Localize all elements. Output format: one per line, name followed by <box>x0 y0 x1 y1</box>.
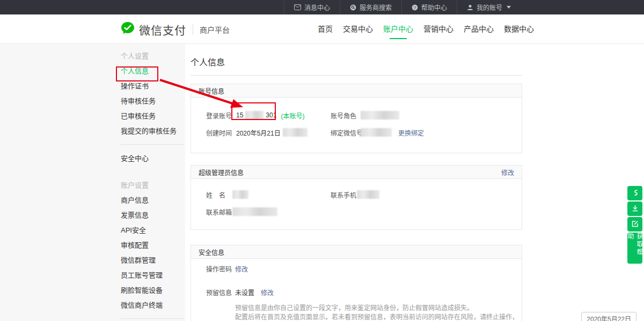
sidebar-item-merchant-info[interactable]: 商户信息 <box>121 193 185 208</box>
redacted-created-detail <box>283 128 308 137</box>
sidebar-item-api-security[interactable]: API安全 <box>121 223 185 238</box>
sidebar-item-my-submitted-review-tasks[interactable]: 我提交的审核任务 <box>121 124 185 139</box>
account-info-row-2: 创建时间 2020年5月21日 绑定微信号 更换绑定 <box>206 124 522 141</box>
main-nav: 首页 交易中心 账户中心 营销中心 产品中心 数据中心 <box>318 14 534 44</box>
sidebar-item-operation-certificate[interactable]: 操作证书 <box>121 79 185 94</box>
sidebar-heading-personal-settings: 个人设置 <box>121 49 185 64</box>
nav-item-product-center[interactable]: 产品中心 <box>464 14 494 44</box>
name-label: 姓 名 <box>206 190 232 199</box>
sidebar-item-face-smart-device[interactable]: 刷脸智能设备 <box>121 283 185 298</box>
security-info-header: 安全信息 <box>191 245 522 259</box>
main-content: 个人信息 账号信息 登录账号 15301 (本账号) 账号角色 <box>185 44 644 321</box>
sidebar-item-wechat-group-management[interactable]: 微信群管理 <box>121 253 185 268</box>
super-admin-header: 超级管理员信息 修改 <box>191 166 522 179</box>
reserved-info-description: 预留信息是由你自己设置的一段文字，用来鉴定网站身份，防止假冒网站造成损失。 配置… <box>235 304 522 321</box>
super-admin-row-2: 联系邮箱 <box>206 203 522 220</box>
floating-toolbar: 获取帮助 <box>627 186 642 264</box>
redacted-bound-wechat <box>361 128 392 137</box>
created-time-label: 创建时间 <box>206 128 236 137</box>
sidebar-item-wechat-merchant-terminal[interactable]: 微信商户终端 <box>121 298 185 313</box>
topbar-item-label: 消息中心 <box>304 3 330 12</box>
contact-phone-label: 联系手机 <box>331 190 357 199</box>
sidebar-divider <box>121 318 184 319</box>
account-info-row-1: 登录账号 15301 (本账号) 账号角色 <box>206 107 522 124</box>
brand[interactable]: 微信支付 商户平台 <box>121 14 230 44</box>
security-info-title: 安全信息 <box>199 248 224 257</box>
operation-password-edit-link[interactable]: 修改 <box>235 264 248 273</box>
reserved-info-status: 未设置 <box>235 288 254 297</box>
brand-portal-label: 商户平台 <box>200 24 230 35</box>
chevron-down-icon <box>507 6 511 9</box>
nav-item-home[interactable]: 首页 <box>318 14 333 44</box>
svg-text:?: ? <box>414 5 416 10</box>
login-account-value: 15301 (本账号) <box>236 111 304 120</box>
nav-item-trade-center[interactable]: 交易中心 <box>343 14 373 44</box>
nav-item-account-center[interactable]: 账户中心 <box>383 14 413 44</box>
this-account-tag: (本账号) <box>281 111 304 120</box>
sidebar-item-pending-review-tasks[interactable]: 待审核任务 <box>121 94 185 109</box>
rebind-link[interactable]: 更换绑定 <box>398 128 424 137</box>
reserved-info-row: 预留信息 未设置 修改 <box>206 285 522 300</box>
sidebar-item-security-center[interactable]: 安全中心 <box>121 151 185 166</box>
redacted-login-middle <box>245 111 264 120</box>
redacted-name <box>232 190 248 199</box>
topbar-item-help-center[interactable]: ? 帮助中心 <box>401 0 457 14</box>
get-help-button[interactable]: 获取帮助 <box>627 233 642 264</box>
wechat-pay-logo-icon <box>121 21 135 38</box>
search-icon <box>350 4 356 11</box>
topbar-item-my-account[interactable]: 我的账号 <box>457 0 521 14</box>
mail-icon <box>294 4 301 10</box>
topbar-item-provider-search[interactable]: 服务商搜索 <box>340 0 401 14</box>
redacted-contact-email <box>232 207 277 216</box>
login-account-prefix: 15 <box>236 111 243 119</box>
description-line: 预留信息是由你自己设置的一段文字，用来鉴定网站身份，防止假冒网站造成损失。 <box>235 304 522 313</box>
topbar-item-label: 我的账号 <box>477 3 502 12</box>
feedback-tool-button[interactable] <box>627 217 642 232</box>
header: 微信支付 商户平台 首页 交易中心 账户中心 营销中心 产品中心 数据中心 <box>0 14 644 44</box>
topbar-item-label: 帮助中心 <box>421 3 447 12</box>
sidebar-item-reviewed-tasks[interactable]: 已审核任务 <box>121 109 185 124</box>
title-divider <box>191 75 522 76</box>
date-badge: 2020年5月22日 <box>581 312 636 321</box>
super-admin-edit-link[interactable]: 修改 <box>501 168 514 177</box>
security-info-panel: 安全信息 操作密码 修改 预留信息 未设置 修改 预留信息是由你自己设置的一段文… <box>191 245 522 321</box>
sidebar-item-review-config[interactable]: 审核配置 <box>121 238 185 253</box>
sidebar-heading-account-settings: 账户设置 <box>121 178 185 193</box>
sidebar-item-staff-account-management[interactable]: 员工账号管理 <box>121 268 185 283</box>
topbar-item-label: 服务商搜索 <box>360 3 392 12</box>
reserved-info-edit-link[interactable]: 修改 <box>261 288 274 297</box>
nav-item-marketing-center[interactable]: 营销中心 <box>423 14 453 44</box>
page-title: 个人信息 <box>191 44 522 68</box>
sidebar-divider <box>121 144 184 145</box>
login-account-label: 登录账号 <box>206 111 236 120</box>
brand-name: 微信支付 <box>139 21 186 38</box>
created-time-value: 2020年5月21日 <box>236 128 281 137</box>
reserved-info-label: 预留信息 <box>206 288 235 297</box>
help-icon: ? <box>412 4 418 11</box>
topbar: 消息中心 服务商搜索 ? 帮助中心 我的账号 <box>0 0 644 14</box>
sidebar-item-personal-info[interactable]: 个人信息 <box>121 64 185 79</box>
nav-item-data-center[interactable]: 数据中心 <box>504 14 534 44</box>
link-icon <box>632 189 639 198</box>
description-line: 配置后将在首页及充值页面显示。若未看到预留信息，表明当前访问的网站存在风险，请终… <box>235 313 522 321</box>
sidebar-item-invoice-info[interactable]: 发票信息 <box>121 208 185 223</box>
contact-email-label: 联系邮箱 <box>206 207 232 217</box>
super-admin-panel: 超级管理员信息 修改 姓 名 联系手机 联系邮箱 <box>191 165 522 230</box>
account-info-header: 账号信息 <box>191 84 522 98</box>
account-role-label: 账号角色 <box>331 111 361 120</box>
bound-wechat-label: 绑定微信号 <box>331 128 361 137</box>
operation-password-label: 操作密码 <box>206 264 235 273</box>
edit-icon <box>632 220 639 229</box>
download-tool-button[interactable] <box>627 201 642 216</box>
sidebar: 个人设置 个人信息 操作证书 待审核任务 已审核任务 我提交的审核任务 安全中心… <box>0 44 185 321</box>
redacted-account-role <box>361 111 399 120</box>
account-info-panel: 账号信息 登录账号 15301 (本账号) 账号角色 <box>191 84 522 153</box>
account-info-title: 账号信息 <box>199 86 224 95</box>
super-admin-title: 超级管理员信息 <box>199 168 244 177</box>
link-tool-button[interactable] <box>627 186 642 200</box>
redacted-contact-phone <box>357 190 379 199</box>
topbar-item-messages[interactable]: 消息中心 <box>284 0 340 14</box>
operation-password-row: 操作密码 修改 <box>206 261 522 276</box>
super-admin-row-1: 姓 名 联系手机 <box>206 186 522 203</box>
download-icon <box>632 204 639 214</box>
